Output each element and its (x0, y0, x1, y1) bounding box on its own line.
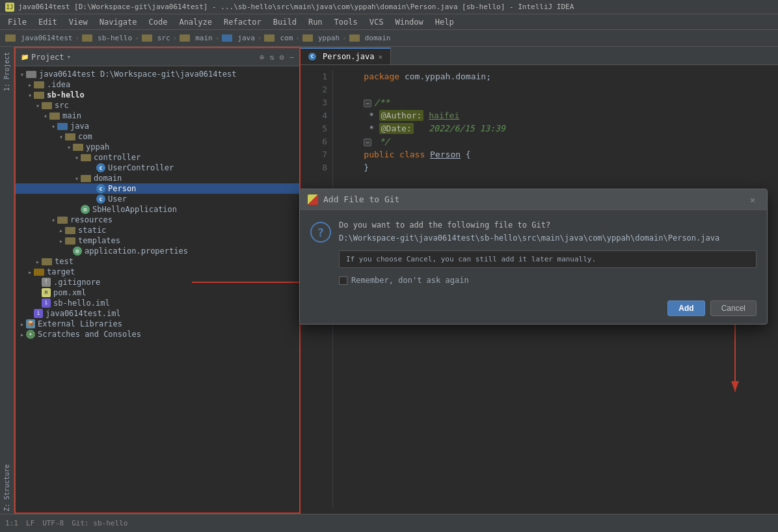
tree-item-sbhelloiml[interactable]: ▸ i sb-hello.iml (16, 298, 299, 308)
menu-navigate[interactable]: Navigate (94, 16, 142, 28)
tree-item-sbhelloapplication[interactable]: ▸ ⚙ SbHelloApplication (16, 204, 299, 215)
cancel-button[interactable]: Cancel (710, 300, 757, 316)
breadcrumb-item-6[interactable]: com (280, 34, 293, 42)
minimize-icon[interactable]: − (289, 53, 294, 62)
tree-label: domain (94, 174, 122, 183)
remember-checkbox[interactable] (339, 276, 347, 285)
tree-item-usercontroller[interactable]: ▸ c UserController (16, 163, 299, 173)
tree-arrow: ▾ (49, 123, 57, 130)
tree-item-src[interactable]: ▾ src (16, 100, 299, 111)
iml-icon: i (42, 299, 51, 308)
dialog-close-button[interactable]: ✕ (746, 193, 759, 206)
dialog-title: Add File to Git (323, 194, 399, 204)
tree-item-static[interactable]: ▸ static (16, 225, 299, 235)
breadcrumb-item-8[interactable]: domain (365, 34, 391, 42)
class-icon: c (308, 53, 316, 60)
folder-icon (34, 92, 44, 99)
tree-item-resources[interactable]: ▾ resources (16, 215, 299, 225)
git-icon: ! (42, 278, 51, 287)
add-button[interactable]: Add (667, 300, 704, 316)
menu-run[interactable]: Run (303, 16, 328, 28)
tree-label: test (55, 257, 74, 266)
breadcrumb-folder-icon-7 (302, 34, 313, 42)
breadcrumb-folder-icon-2 (82, 34, 92, 42)
breadcrumb-item-3[interactable]: src (157, 34, 170, 42)
tree-arrow-placeholder: ▸ (26, 310, 34, 317)
tree-item-appprops[interactable]: ▸ ⚙ application.properties (16, 246, 299, 256)
dropdown-arrow[interactable]: ▾ (67, 53, 72, 61)
project-panel-label[interactable]: 1: Project (2, 49, 12, 94)
breadcrumb-item-2[interactable]: sb-hello (98, 34, 132, 42)
project-panel: 📁 Project ▾ ⊕ ⇅ ⚙ − ▾ java0614test D:\Wo… (14, 47, 301, 514)
breadcrumb-folder-icon-6 (264, 34, 275, 42)
tab-bar: c Person.java ✕ (301, 47, 778, 65)
tree-item-templates[interactable]: ▸ templates (16, 235, 299, 246)
code-line-7: public class Person { (343, 148, 768, 161)
tree-label: com (78, 132, 92, 141)
tree-item-scratches[interactable]: ▸ ✦ Scratches and Consoles (16, 329, 299, 339)
project-panel-title: 📁 Project ▾ (21, 53, 71, 62)
tree-item-gitignore[interactable]: ▸ ! .gitignore (16, 277, 299, 287)
menu-window[interactable]: Window (390, 16, 428, 28)
menu-view[interactable]: View (64, 16, 93, 28)
left-sidebar-strip: 1: Project Z: Structure (0, 47, 14, 514)
menu-tools[interactable]: Tools (329, 16, 363, 28)
dialog-file-path: D:\Workspace-git\java0614test\sb-hello\s… (339, 233, 757, 243)
breadcrumb-item-4[interactable]: main (195, 34, 213, 42)
tree-arrow-placeholder: ▸ (65, 248, 73, 255)
menu-analyze[interactable]: Analyze (174, 16, 217, 28)
status-bar: 1:1 LF UTF-8 Git: sb-hello (0, 514, 778, 532)
tree-item-user[interactable]: ▸ c User (16, 194, 299, 204)
tree-item-yppah[interactable]: ▾ yppah (16, 142, 299, 152)
tree-label: main (62, 111, 81, 120)
tree-item-com[interactable]: ▾ com (16, 131, 299, 142)
tree-item-pomxml[interactable]: ▸ m pom.xml (16, 287, 299, 298)
tab-label: Person.java (323, 52, 374, 61)
settings-icon[interactable]: ⚙ (280, 53, 284, 62)
menu-help[interactable]: Help (430, 16, 459, 28)
project-header-icons: ⊕ ⇅ ⚙ − (260, 53, 294, 62)
code-line-1: package com.yppah.domain; (343, 70, 768, 83)
menu-vcs[interactable]: VCS (364, 16, 389, 28)
tab-person-java[interactable]: c Person.java ✕ (301, 47, 391, 64)
tab-close-button[interactable]: ✕ (378, 53, 382, 61)
line-num-8: 8 (306, 161, 327, 174)
tree-item-test[interactable]: ▸ test (16, 256, 299, 267)
expand-icon[interactable]: ⇅ (269, 53, 274, 62)
folder-icon (49, 113, 60, 120)
structure-panel-label[interactable]: Z: Structure (2, 462, 12, 514)
tree-item-extlibs[interactable]: ▸ 📦 External Libraries (16, 319, 299, 329)
tree-item-person[interactable]: ▸ c Person (16, 183, 299, 194)
fold-indicator[interactable]: − (364, 100, 371, 107)
locate-icon[interactable]: ⊕ (260, 53, 264, 62)
add-file-to-git-dialog[interactable]: Add File to Git ✕ ? Do you want to add t… (299, 189, 768, 325)
tree-item-controller[interactable]: ▾ controller (16, 152, 299, 163)
tree-item-java0614testiml[interactable]: ▸ i java0614test.iml (16, 308, 299, 319)
tree-item-java[interactable]: ▾ java (16, 121, 299, 131)
tree-arrow: ▸ (26, 81, 34, 88)
class-icon: c (96, 184, 105, 193)
breadcrumb-item-1[interactable]: java0614test (21, 34, 72, 42)
tree-arrow: ▸ (26, 269, 34, 276)
menu-refactor[interactable]: Refactor (219, 16, 267, 28)
menu-code[interactable]: Code (144, 16, 173, 28)
dialog-info-box: If you choose Cancel, you can still add … (339, 250, 757, 268)
menu-edit[interactable]: Edit (33, 16, 62, 28)
folder-icon (65, 133, 75, 140)
app-icon: IJ (5, 3, 14, 12)
status-item-lf: LF (26, 519, 34, 527)
tree-item-sb-hello[interactable]: ▾ sb-hello (16, 90, 299, 100)
code-line-6: − */ (343, 135, 768, 148)
tree-item-target[interactable]: ▸ target (16, 267, 299, 277)
tree-item-domain[interactable]: ▾ domain (16, 173, 299, 183)
tree-label: application.properties (85, 246, 188, 256)
breadcrumb-item-5[interactable]: java (237, 34, 255, 42)
tree-item-main[interactable]: ▾ main (16, 111, 299, 121)
fold-indicator-2[interactable]: − (364, 139, 371, 146)
tree-label: target (47, 267, 75, 276)
menu-build[interactable]: Build (268, 16, 302, 28)
tree-item-root[interactable]: ▾ java0614test D:\Workspace-git\java0614… (16, 69, 299, 79)
breadcrumb-item-7[interactable]: yppah (318, 34, 340, 42)
menu-file[interactable]: File (3, 16, 32, 28)
tree-item-idea[interactable]: ▸ .idea (16, 79, 299, 90)
